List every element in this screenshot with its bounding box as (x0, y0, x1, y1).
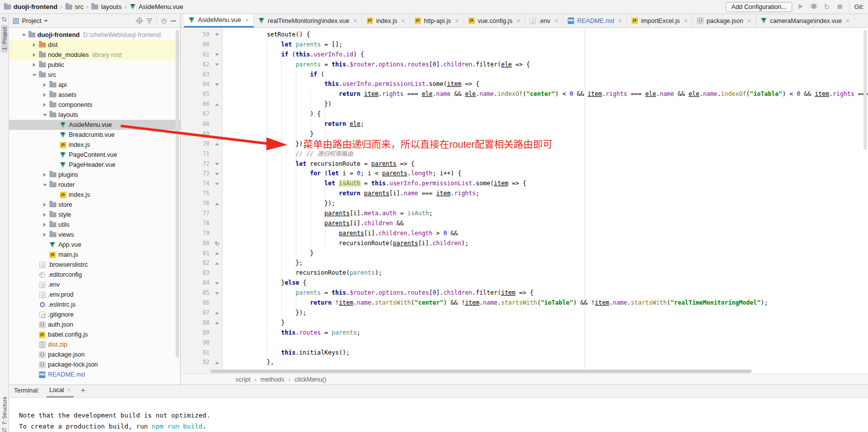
tree-item-router[interactable]: router (9, 180, 180, 190)
tree-item-components[interactable]: components (9, 100, 180, 110)
chevron-right-icon[interactable] (41, 203, 48, 207)
new-terminal-icon[interactable]: + (81, 386, 85, 398)
editor-tab[interactable]: importExcel.js× (627, 14, 692, 27)
tree-item-plugins[interactable]: plugins (9, 170, 180, 180)
run-icon[interactable] (797, 3, 805, 10)
tree-item-main.js[interactable]: main.js (9, 250, 180, 260)
fold-marker[interactable] (212, 60, 222, 70)
editor-tab[interactable]: cameraManage\index.vue× (756, 14, 855, 27)
chevron-right-icon[interactable] (30, 63, 38, 67)
horizontal-scrollbar[interactable] (211, 370, 752, 373)
editor-tab[interactable]: vue.config.js× (464, 14, 525, 27)
editor-tab[interactable]: AsideMenu.vue× (184, 14, 254, 27)
chevron-right-icon[interactable] (41, 83, 48, 87)
fold-marker[interactable] (212, 278, 222, 288)
tree-item-breadcrumb.vue[interactable]: Breadcrumb.vue (9, 130, 180, 140)
editor-tab[interactable]: realTimeMonitoring\index.vue× (254, 14, 362, 27)
debug-icon[interactable] (810, 3, 818, 10)
chevron-right-icon[interactable] (41, 223, 48, 227)
tab-close-icon[interactable]: × (747, 17, 751, 24)
stripe-project-button[interactable]: 1: Project (1, 24, 8, 52)
tree-item-.env[interactable]: .env (9, 280, 180, 290)
fold-marker[interactable] (212, 249, 222, 259)
collapse-all-icon[interactable] (147, 18, 152, 23)
fold-marker[interactable] (212, 159, 222, 169)
chevron-right-icon[interactable] (41, 213, 48, 217)
tree-item-auth.json[interactable]: auth.json (9, 320, 180, 330)
tree-item-asidemenu.vue[interactable]: AsideMenu.vue (9, 120, 180, 130)
tree-item-public[interactable]: public (9, 60, 180, 70)
terminal-output[interactable]: Note that the development build is not o… (9, 398, 868, 432)
tree-item-readme.md[interactable]: README.md (9, 370, 180, 380)
tree-item-pageheader.vue[interactable]: PageHeader.vue (9, 160, 180, 170)
tree-item-dist.zip[interactable]: dist.zip (9, 340, 180, 350)
hide-panel-icon[interactable] (171, 20, 176, 21)
recursive-call-icon[interactable]: ↻ (212, 239, 222, 249)
chevron-right-icon[interactable] (41, 233, 48, 237)
fold-marker[interactable] (212, 318, 222, 328)
editor[interactable]: 59 setRoute() {60 let parents = [];61 if… (181, 28, 868, 385)
stop-icon[interactable] (836, 3, 844, 10)
fold-marker[interactable] (212, 79, 222, 89)
tree-item-.env.prod[interactable]: .env.prod (9, 290, 180, 300)
fold-marker[interactable] (212, 99, 222, 109)
project-scrollbar[interactable] (176, 30, 179, 358)
tree-item-style[interactable]: style (9, 210, 180, 220)
tree-item-assets[interactable]: assets (9, 90, 180, 100)
gear-icon[interactable] (162, 18, 167, 23)
project-view-selector[interactable]: Project (22, 17, 48, 24)
breadcrumb-item[interactable]: script (235, 376, 250, 383)
editor-tab[interactable]: package.json× (692, 14, 756, 27)
vertical-scrollbar[interactable] (864, 30, 867, 150)
fold-marker[interactable] (212, 288, 222, 298)
tree-item-.gitignore[interactable]: .gitignore (9, 310, 180, 320)
tree-item-.browserslistrc[interactable]: .browserslistrc (9, 260, 180, 270)
tree-item-.editorconfig[interactable]: .editorconfig (9, 270, 180, 280)
tree-item-package-lock.json[interactable]: package-lock.json (9, 360, 180, 370)
editor-tab[interactable]: http-api.js× (410, 14, 464, 27)
fold-marker[interactable] (212, 258, 222, 268)
fold-marker[interactable] (212, 179, 222, 189)
breadcrumb-item[interactable]: AsideMenu.vue (130, 3, 184, 10)
tab-close-icon[interactable]: × (353, 17, 357, 24)
editor-tab[interactable]: .env× (525, 14, 563, 27)
locate-file-icon[interactable] (137, 18, 142, 23)
tree-item-index.js[interactable]: index.js (9, 190, 180, 200)
breadcrumb-item[interactable]: duoji-frontend (4, 3, 57, 10)
tree-item-app.vue[interactable]: App.vue (9, 240, 180, 250)
tree-item-pagecontent.vue[interactable]: PageContent.vue (9, 150, 180, 160)
chevron-down-icon[interactable] (20, 34, 27, 36)
tree-item-index.js[interactable]: index.js (9, 140, 180, 150)
chevron-right-icon[interactable] (41, 103, 48, 107)
fold-marker[interactable] (212, 308, 222, 318)
tree-item-utils[interactable]: utils (9, 220, 180, 230)
chevron-right-icon[interactable] (30, 53, 38, 57)
editor-tab[interactable]: README.md× (563, 14, 627, 27)
tab-close-icon[interactable]: × (618, 17, 622, 24)
breadcrumb-item[interactable]: layouts (91, 3, 121, 10)
tree-item-package.json[interactable]: package.json (9, 350, 180, 360)
chevron-down-icon[interactable] (41, 184, 48, 186)
tree-item-dist[interactable]: dist (9, 40, 180, 50)
tab-close-icon[interactable]: × (846, 17, 850, 24)
close-icon[interactable]: × (67, 387, 71, 394)
add-configuration-button[interactable]: Add Configuration... (726, 2, 792, 12)
tab-close-icon[interactable]: × (554, 17, 558, 24)
fold-marker[interactable] (212, 169, 222, 179)
tree-item-.eslintrc.js[interactable]: .eslintrc.js (9, 300, 180, 310)
fold-marker[interactable] (212, 30, 222, 40)
tree-item-nodemodules[interactable]: node_moduleslibrary root (9, 50, 180, 60)
fold-marker[interactable] (212, 139, 222, 149)
tab-close-icon[interactable]: × (516, 17, 520, 24)
chevron-right-icon[interactable] (41, 173, 48, 177)
tree-item-babel.config.js[interactable]: babel.config.js (9, 330, 180, 340)
fold-marker[interactable] (212, 50, 222, 60)
editor-tab[interactable]: index.js× (362, 14, 410, 27)
breadcrumb-item[interactable]: src (65, 3, 83, 10)
tree-item-duoji-frontend[interactable]: duoji-frontendD:\zheheWeb\duoji-frontend (9, 30, 180, 40)
tree-item-layouts[interactable]: layouts (9, 110, 180, 120)
tab-close-icon[interactable]: × (401, 17, 405, 24)
tab-close-icon[interactable]: × (245, 17, 249, 23)
tab-close-icon[interactable]: × (455, 17, 459, 24)
fold-marker[interactable] (212, 358, 222, 368)
